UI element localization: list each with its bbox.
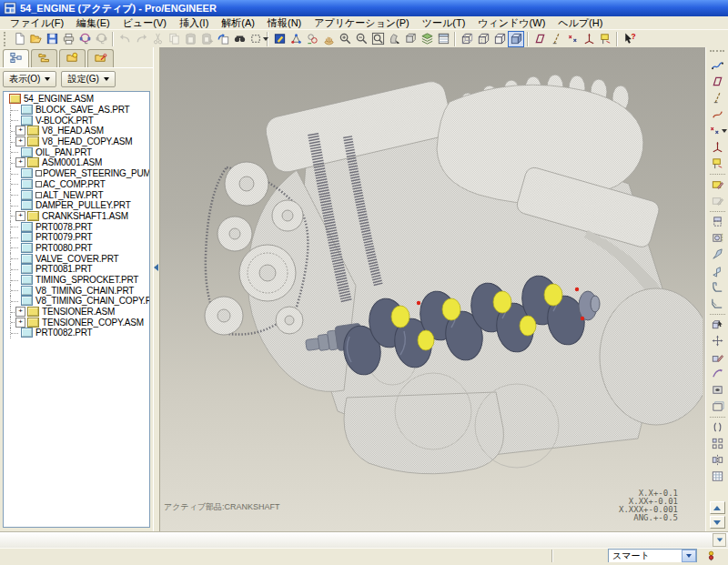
datum-plane-button[interactable] <box>709 74 726 90</box>
tab-folder-browser[interactable] <box>31 49 57 67</box>
expander-icon[interactable]: + <box>15 211 25 221</box>
message-area[interactable] <box>0 531 728 549</box>
datum-planes-toggle-button[interactable] <box>531 31 548 47</box>
tree-item[interactable]: BLOCK_SAVE_AS.PRT <box>5 105 149 116</box>
tree-item[interactable]: +TENSIONER_COPY.ASM <box>5 317 149 328</box>
menu-item-0[interactable]: ファイル(F) <box>4 16 70 30</box>
new-file-button[interactable] <box>11 31 27 47</box>
paste-special-button[interactable] <box>198 31 215 47</box>
move-component-button[interactable] <box>709 333 726 349</box>
combo-dropdown-button[interactable] <box>682 550 696 562</box>
annotations-toggle-button[interactable] <box>597 31 613 47</box>
menu-item-4[interactable]: 解析(A) <box>215 16 261 30</box>
tab-connections[interactable] <box>87 49 114 67</box>
datum-axes-toggle-button[interactable] <box>548 31 564 47</box>
undo-button[interactable] <box>116 31 133 47</box>
tree-item[interactable]: OIL_PAN.PRT <box>5 146 149 157</box>
find-button[interactable] <box>231 31 248 47</box>
menu-item-6[interactable]: アプリケーション(P) <box>308 16 415 30</box>
selection-filter-combo[interactable]: スマート <box>608 549 697 563</box>
graphics-area[interactable]: アクティブ部品:CRANKSHAFT X.X+-0.1X.XX+-0.01X.X… <box>160 47 705 531</box>
collapse-panel-icon[interactable] <box>154 264 158 271</box>
spin-button[interactable] <box>320 31 337 47</box>
expander-icon[interactable]: + <box>15 318 25 328</box>
tree-item[interactable]: +V8_HEAD.ASM <box>5 126 149 136</box>
menu-item-1[interactable]: 編集(E) <box>70 16 116 30</box>
print-button[interactable] <box>60 31 76 47</box>
zoom-out-button[interactable] <box>353 31 369 47</box>
scroll-down-button[interactable] <box>710 516 725 529</box>
tree-item[interactable]: AC_COMP.PRT <box>5 179 149 190</box>
tree-item[interactable]: V-BLOCK.PRT <box>5 115 149 126</box>
tree-item[interactable]: PRT0080.PRT <box>5 243 149 254</box>
tree-item[interactable]: +ASM0001.ASM <box>5 157 149 168</box>
message-scroll-button[interactable] <box>713 533 726 547</box>
toolbar-handle[interactable] <box>710 50 724 55</box>
sweep-tool-button[interactable] <box>709 247 726 263</box>
show-dropdown-button[interactable]: 表示(O) <box>3 71 56 87</box>
panel-splitter[interactable] <box>153 47 160 531</box>
chamfer-tool-button[interactable] <box>709 296 726 312</box>
sketched-curve-button[interactable] <box>709 106 726 123</box>
create-component-button[interactable] <box>709 349 726 366</box>
tree-item-root[interactable]: 54_ENGINE.ASM <box>7 94 149 105</box>
tab-favorites[interactable] <box>59 49 86 67</box>
saved-views-button[interactable] <box>402 31 419 47</box>
title-bar[interactable]: 54_ENGINE (アクティブ) - Pro/ENGINEER <box>0 0 728 16</box>
expander-icon[interactable]: + <box>15 136 25 146</box>
constraints-button[interactable] <box>288 31 304 47</box>
menu-item-2[interactable]: ビュー(V) <box>116 16 173 30</box>
tree-item[interactable]: DAMPER_PULLEY.PRT <box>5 200 149 211</box>
tree-item[interactable]: +CRANKSHAFT1.ASM <box>5 211 149 222</box>
expander-icon[interactable]: + <box>15 157 25 167</box>
tree-item[interactable]: VALVE_COVER.PRT <box>5 253 149 264</box>
tree-item[interactable]: PRT0081.PRT <box>5 264 149 275</box>
revolve-tool-button[interactable] <box>709 230 726 247</box>
assemble-component-button[interactable] <box>709 317 726 333</box>
tree-item[interactable]: +TENSIONER.ASM <box>5 307 149 318</box>
layers-button[interactable] <box>419 31 435 47</box>
hidden-line-display-button[interactable] <box>475 31 491 47</box>
tree-item[interactable]: V8_TIMING_CHAIN_COPY.PRT <box>5 296 149 307</box>
no-hidden-display-button[interactable] <box>491 31 508 47</box>
save-button[interactable] <box>44 31 60 47</box>
shell-tool-button[interactable] <box>709 399 726 415</box>
paste-button[interactable] <box>182 31 198 47</box>
menu-item-8[interactable]: ウィンドウ(W) <box>471 16 551 30</box>
menu-item-9[interactable]: ヘルプ(H) <box>551 16 609 30</box>
context-help-button[interactable]: ? <box>621 31 637 47</box>
regenerate-button[interactable] <box>215 31 231 47</box>
datum-axis-button[interactable] <box>709 90 726 106</box>
wireframe-display-button[interactable] <box>459 31 475 47</box>
mirror-tool-button[interactable] <box>709 452 726 469</box>
relations-button[interactable] <box>304 31 320 47</box>
expander-icon[interactable]: + <box>15 126 25 136</box>
annotation-feature-button[interactable] <box>709 156 726 172</box>
datum-csys-button[interactable] <box>709 139 726 156</box>
menu-item-3[interactable]: 挿入(I) <box>173 16 215 30</box>
tree-item[interactable]: +V8_HEAD_COPY.ASM <box>5 136 149 147</box>
tree-item[interactable]: V8_TIMING_CHAIN.PRT <box>5 285 149 296</box>
tree-item[interactable]: PRT0078.PRT <box>5 221 149 232</box>
sketch-tool-button[interactable] <box>709 177 726 193</box>
family-table-button[interactable] <box>709 469 726 485</box>
engine-model-rendering[interactable] <box>160 47 703 531</box>
tree-item[interactable]: PRT0079.PRT <box>5 232 149 243</box>
tab-model-tree[interactable] <box>3 49 29 67</box>
copy-button[interactable] <box>166 31 182 47</box>
settings-dropdown-button[interactable]: 設定(G) <box>61 71 115 87</box>
cut-button[interactable] <box>149 31 166 47</box>
expander-icon[interactable]: + <box>15 307 25 317</box>
round-tool-button[interactable] <box>709 279 726 296</box>
datum-point-button[interactable] <box>709 123 726 139</box>
open-button[interactable] <box>27 31 44 47</box>
datum-points-toggle-button[interactable] <box>564 31 581 47</box>
zoom-in-button[interactable] <box>337 31 353 47</box>
blend-tool-button[interactable] <box>709 263 726 279</box>
datum-curve-button[interactable] <box>709 57 726 74</box>
merge-tool-button[interactable] <box>709 419 726 436</box>
zoom-fit-button[interactable] <box>369 31 386 47</box>
pattern-tool-button[interactable] <box>709 436 726 452</box>
datum-csys-toggle-button[interactable] <box>581 31 597 47</box>
tree-item[interactable]: PRT0082.PRT <box>5 328 149 338</box>
